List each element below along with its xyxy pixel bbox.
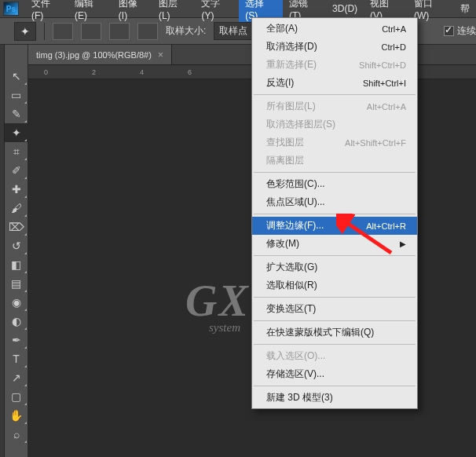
- menu-item-label: 隔离图层: [266, 154, 304, 167]
- menu-item-shortcut: Ctrl+A: [382, 24, 406, 34]
- close-icon[interactable]: ×: [158, 49, 163, 60]
- menu-item-label: 色彩范围(C)...: [266, 177, 325, 191]
- menu-item-label: 在快速蒙版模式下编辑(Q): [266, 326, 374, 339]
- toolbar: ↖▭✎✦⌗✐✚🖌⌦↺◧▤◉◐✒T↗▢✋⌕: [5, 45, 28, 457]
- continuous-label: 连续: [457, 25, 476, 36]
- eyedropper-tool[interactable]: ✐: [5, 161, 27, 180]
- menu-item[interactable]: 修改(M)▶: [252, 235, 417, 253]
- menu-item: 取消选择图层(S): [252, 115, 417, 133]
- menu-item: 查找图层Alt+Shift+Ctrl+F: [252, 133, 417, 152]
- blur-tool[interactable]: ◉: [5, 293, 27, 312]
- current-tool-icon[interactable]: [14, 22, 36, 41]
- menu-item[interactable]: 取消选择(D)Ctrl+D: [252, 38, 417, 56]
- menu-item-label: 取消选择(D): [266, 40, 317, 53]
- submenu-arrow-icon: ▶: [400, 239, 406, 248]
- menu-item-label: 调整边缘(F)...: [266, 219, 324, 232]
- eraser-tool[interactable]: ◧: [5, 255, 27, 274]
- menu-item-label: 全部(A): [266, 22, 298, 35]
- menu-item-label: 变换选区(T): [266, 302, 316, 316]
- ruler-mark: 6: [188, 68, 192, 76]
- menu-item-label: 反选(I): [266, 76, 294, 90]
- continuous-checkbox[interactable]: 连续: [444, 24, 476, 38]
- menu-item-label: 修改(M): [266, 237, 299, 250]
- menu-separator: [254, 94, 416, 95]
- menu-item[interactable]: 焦点区域(U)...: [252, 193, 417, 211]
- menu-item[interactable]: 存储选区(V)...: [252, 365, 417, 383]
- menu-item[interactable]: 在快速蒙版模式下编辑(Q): [252, 324, 417, 342]
- menu-item: 重新选择(E)Shift+Ctrl+D: [252, 56, 417, 74]
- menu-item-shortcut: Shift+Ctrl+D: [359, 60, 406, 70]
- menu-item: 载入选区(O)...: [252, 347, 417, 365]
- opt-box-3[interactable]: [109, 23, 130, 40]
- menu-item[interactable]: 变换选区(T): [252, 300, 417, 318]
- menu-item[interactable]: 全部(A)Ctrl+A: [252, 20, 417, 38]
- stamp-tool[interactable]: ⌦: [5, 218, 27, 236]
- menu-item[interactable]: 扩大选取(G): [252, 258, 417, 276]
- menu-type[interactable]: 文字(Y): [195, 0, 239, 24]
- type-tool[interactable]: T: [5, 349, 27, 368]
- menu-3d[interactable]: 3D(D): [326, 1, 364, 16]
- menu-item[interactable]: 选取相似(R): [252, 276, 417, 294]
- menu-item[interactable]: 色彩范围(C)...: [252, 175, 417, 193]
- menu-help[interactable]: 帮: [454, 0, 476, 18]
- opt-box-1[interactable]: [53, 23, 73, 40]
- menu-item-label: 载入选区(O)...: [266, 349, 325, 363]
- menubar: Ps 文件(F) 编辑(E) 图像(I) 图层(L) 文字(Y) 选择(S) 滤…: [0, 0, 476, 17]
- zoom-tool[interactable]: ⌕: [5, 425, 27, 444]
- menu-item-shortcut: Alt+Ctrl+A: [367, 102, 406, 112]
- shape-tool[interactable]: ▢: [5, 387, 27, 406]
- spot-heal-tool[interactable]: ✚: [5, 180, 27, 199]
- document-tab[interactable]: timg (3).jpg @ 100%(RGB/8#) ×: [28, 45, 172, 64]
- menu-item-shortcut: Alt+Shift+Ctrl+F: [345, 138, 406, 148]
- menu-image[interactable]: 图像(I): [112, 0, 152, 24]
- ps-logo: Ps: [3, 2, 19, 16]
- lasso-tool[interactable]: ✎: [5, 104, 27, 123]
- menu-separator: [254, 214, 416, 214]
- marquee-tool[interactable]: ▭: [5, 86, 27, 104]
- menu-item-label: 新建 3D 模型(3): [266, 391, 333, 404]
- history-brush-tool[interactable]: ↺: [5, 236, 27, 255]
- menu-item[interactable]: 新建 3D 模型(3): [252, 389, 417, 407]
- menu-item: 隔离图层: [252, 152, 417, 170]
- move-tool[interactable]: ↖: [5, 67, 27, 86]
- menu-file[interactable]: 文件(F): [25, 0, 68, 24]
- watermark: GX system: [185, 276, 250, 335]
- menu-item: 所有图层(L)Alt+Ctrl+A: [252, 97, 417, 115]
- menu-item[interactable]: 调整边缘(F)...Alt+Ctrl+R: [252, 217, 417, 235]
- ruler-mark: 0: [44, 68, 48, 76]
- ruler-mark: 2: [92, 68, 96, 76]
- crop-tool[interactable]: ⌗: [5, 142, 27, 161]
- ruler-mark: 4: [140, 68, 144, 76]
- opt-box-4[interactable]: [137, 23, 158, 40]
- dodge-tool[interactable]: ◐: [5, 312, 27, 331]
- menu-item-shortcut: Alt+Ctrl+R: [366, 221, 406, 231]
- menu-item-label: 重新选择(E): [266, 58, 317, 71]
- pen-tool[interactable]: ✒: [5, 331, 27, 349]
- magic-wand-tool[interactable]: ✦: [5, 123, 27, 142]
- menu-separator: [254, 320, 416, 321]
- menu-separator: [254, 297, 416, 298]
- brush-tool[interactable]: 🖌: [5, 199, 27, 218]
- menu-item-label: 存储选区(V)...: [266, 367, 324, 381]
- watermark-sub: system: [209, 321, 250, 335]
- menu-item-label: 扩大选取(G): [266, 261, 317, 274]
- opt-box-2[interactable]: [81, 23, 101, 40]
- menu-item-label: 查找图层: [266, 136, 304, 149]
- sample-size-label: 取样大小:: [166, 24, 206, 38]
- menu-separator: [254, 344, 416, 345]
- menu-item-label: 取消选择图层(S): [266, 118, 335, 131]
- menu-edit[interactable]: 编辑(E): [68, 0, 112, 24]
- menu-item-label: 焦点区域(U)...: [266, 196, 325, 209]
- menu-layer[interactable]: 图层(L): [152, 0, 195, 24]
- menu-separator: [254, 255, 416, 256]
- menu-item-shortcut: Shift+Ctrl+I: [363, 79, 406, 88]
- select-menu-dropdown: 全部(A)Ctrl+A取消选择(D)Ctrl+D重新选择(E)Shift+Ctr…: [251, 17, 418, 409]
- document-tab-title: timg (3).jpg @ 100%(RGB/8#): [36, 50, 152, 60]
- gradient-tool[interactable]: ▤: [5, 274, 27, 293]
- menu-separator: [254, 386, 416, 386]
- path-select-tool[interactable]: ↗: [5, 368, 27, 387]
- menu-item-shortcut: Ctrl+D: [382, 42, 406, 52]
- menu-item[interactable]: 反选(I)Shift+Ctrl+I: [252, 74, 417, 92]
- hand-tool[interactable]: ✋: [5, 406, 27, 425]
- watermark-big: GX: [185, 276, 250, 326]
